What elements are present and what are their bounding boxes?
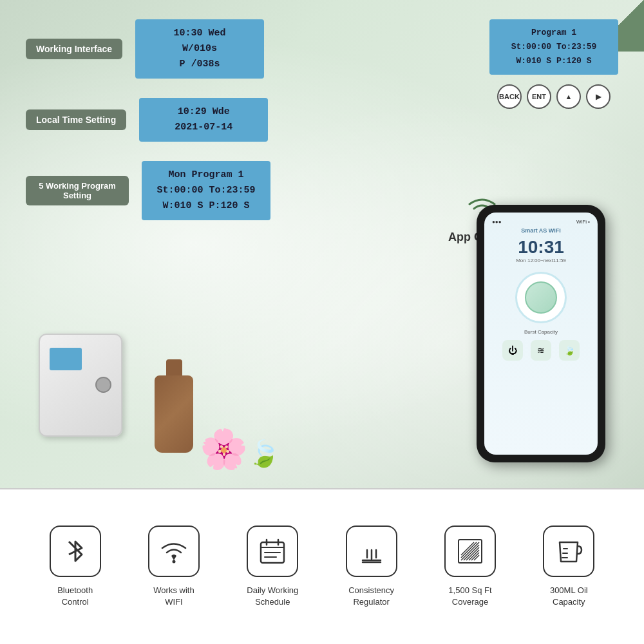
capacity-icon-box xyxy=(543,526,594,577)
flower-icon: 🌸 xyxy=(200,430,248,469)
right-panel: Program 1 St:00:00 To:23:59 W:010 S P:12… xyxy=(489,19,618,109)
phone-mockup: ●●● WiFi ▪ Smart AS WIFI 10:31 Mon 12:00… xyxy=(477,205,618,475)
coverage-label: 1,500 Sq FtCoverage xyxy=(448,585,491,608)
program-setting-display: Mon Program 1 St:00:00 To:23:59 W:010 S … xyxy=(142,161,270,220)
device-screen xyxy=(50,348,82,370)
schedule-icon-box xyxy=(247,526,298,577)
feature-schedule: Daily WorkingSchedule xyxy=(234,526,311,608)
bluetooth-icon-box xyxy=(50,526,101,577)
diffuser-device xyxy=(39,334,142,462)
local-time-row: Local Time Setting 10:29 Wde 2021-07-14 xyxy=(26,98,270,142)
phone-dial-inner xyxy=(525,281,557,314)
oil-bottle xyxy=(148,359,200,456)
phone-time-subtitle: Mon 12:00~next11:59 xyxy=(516,258,566,263)
wifi-label: Works withWIFI xyxy=(153,585,194,608)
features-section: BluetoothControl Works withWIFI xyxy=(0,489,644,644)
phone-frame: ●●● WiFi ▪ Smart AS WIFI 10:31 Mon 12:00… xyxy=(477,205,605,462)
cup-icon xyxy=(554,537,583,565)
phone-fan-btn[interactable]: 🍃 xyxy=(559,340,580,361)
local-time-display: 10:29 Wde 2021-07-14 xyxy=(139,98,268,142)
phone-settings-btn[interactable]: ≋ xyxy=(531,340,551,361)
calendar-icon xyxy=(258,537,287,565)
phone-app-buttons: ⏻ ≋ 🍃 xyxy=(502,340,580,361)
bluetooth-label: BluetoothControl xyxy=(57,585,93,608)
wifi-icon xyxy=(158,538,190,564)
coverage-icon-box xyxy=(444,526,496,577)
svg-point-1 xyxy=(172,560,175,563)
phone-capacity-label: Burst Capacity xyxy=(524,329,558,335)
consistency-label: ConsistencyRegulator xyxy=(348,585,394,608)
working-interface-display: 10:30 Wed W/010s P /038s xyxy=(135,19,264,79)
info-panel: Working Interface 10:30 Wed W/010s P /03… xyxy=(26,19,270,220)
phone-status-bar: ●●● WiFi ▪ xyxy=(489,218,592,226)
leaf-icon: 🍃 xyxy=(248,439,280,469)
phone-time-display: 10:31 xyxy=(518,237,564,258)
feature-wifi: Works withWIFI xyxy=(135,526,213,608)
local-time-label: Local Time Setting xyxy=(26,109,126,130)
bluetooth-icon xyxy=(64,536,87,566)
main-container: Working Interface 10:30 Wed W/010s P /03… xyxy=(0,0,644,644)
working-interface-label: Working Interface xyxy=(26,39,122,59)
flowers-decoration: 🌸 🍃 xyxy=(200,340,328,469)
phone-power-btn[interactable]: ⏻ xyxy=(502,340,523,361)
wifi-icon-box xyxy=(148,526,200,577)
schedule-label: Daily WorkingSchedule xyxy=(247,585,298,608)
consistency-icon xyxy=(357,537,386,565)
program-setting-label: 5 Working ProgramSetting xyxy=(26,176,129,205)
bottle-neck xyxy=(166,359,182,375)
capacity-label: 300ML OilCapacity xyxy=(550,585,588,608)
program-setting-row: 5 Working ProgramSetting Mon Program 1 S… xyxy=(26,161,270,220)
device-controls: BACK ENT ▲ ▶ xyxy=(497,84,611,109)
phone-dial xyxy=(515,272,567,323)
area-icon xyxy=(456,537,484,565)
back-button[interactable]: BACK xyxy=(497,84,522,109)
image-section: Working Interface 10:30 Wed W/010s P /03… xyxy=(0,0,644,489)
working-interface-row: Working Interface 10:30 Wed W/010s P /03… xyxy=(26,19,270,79)
feature-bluetooth: BluetoothControl xyxy=(37,526,114,608)
device-knob xyxy=(95,377,111,393)
consistency-icon-box xyxy=(346,526,397,577)
bottle-body xyxy=(155,375,193,453)
program-display-box: Program 1 St:00:00 To:23:59 W:010 S P:12… xyxy=(489,19,618,75)
device-body xyxy=(39,334,122,437)
ent-button[interactable]: ENT xyxy=(527,84,551,109)
play-button[interactable]: ▶ xyxy=(586,84,611,109)
phone-screen: ●●● WiFi ▪ Smart AS WIFI 10:31 Mon 12:00… xyxy=(484,213,598,455)
feature-consistency: ConsistencyRegulator xyxy=(333,526,410,608)
feature-capacity: 300ML OilCapacity xyxy=(530,526,607,608)
svg-line-16 xyxy=(474,555,479,560)
feature-coverage: 1,500 Sq FtCoverage xyxy=(431,526,509,608)
phone-app-title: Smart AS WIFI xyxy=(521,227,561,234)
up-button[interactable]: ▲ xyxy=(556,84,581,109)
